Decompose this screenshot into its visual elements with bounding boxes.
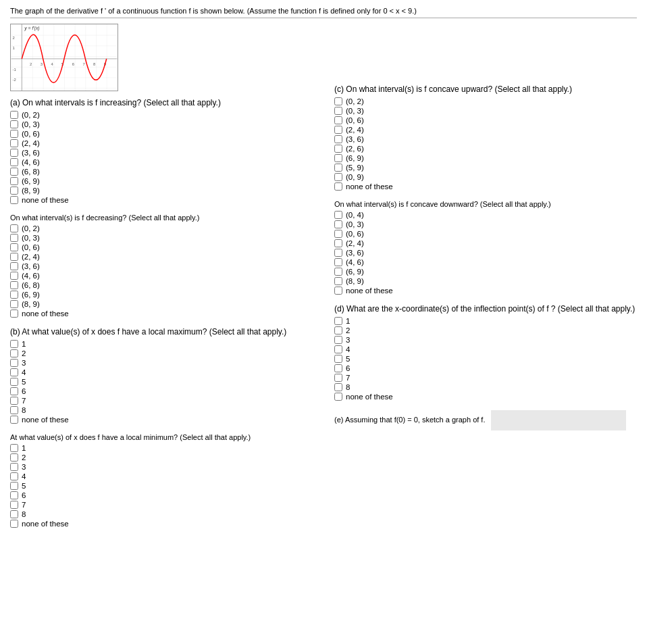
- c-down-6[interactable]: [334, 268, 342, 276]
- c-up-8[interactable]: [334, 173, 342, 181]
- part-c-down-title: On what interval(s) is f concave downwar…: [334, 200, 637, 208]
- a-dec-1[interactable]: [10, 234, 18, 242]
- a-inc-5[interactable]: [10, 158, 18, 166]
- c-down-none[interactable]: [334, 287, 342, 295]
- d-6[interactable]: [334, 364, 342, 372]
- c-down-7[interactable]: [334, 277, 342, 285]
- d-none[interactable]: [334, 393, 342, 401]
- c-up-7[interactable]: [334, 164, 342, 172]
- a-dec-5[interactable]: [10, 272, 18, 280]
- c-up-1[interactable]: [334, 107, 342, 115]
- b-max-8[interactable]: [10, 406, 18, 414]
- a-dec-6[interactable]: [10, 281, 18, 289]
- c-down-4[interactable]: [334, 249, 342, 257]
- svg-text:y = f'(x): y = f'(x): [24, 26, 39, 31]
- c-up-0[interactable]: [334, 97, 342, 105]
- part-c-up-title: (c) On what interval(s) is f concave upw…: [334, 84, 637, 94]
- part-b-max: (b) At what value(s) of x does f have a …: [10, 327, 321, 424]
- c-up-3[interactable]: [334, 126, 342, 134]
- c-up-4[interactable]: [334, 135, 342, 143]
- part-a-decreasing-title: On what interval(s) is f decreasing? (Se…: [10, 214, 321, 222]
- c-down-5[interactable]: [334, 258, 342, 266]
- part-c-up: (c) On what interval(s) is f concave upw…: [334, 84, 637, 191]
- part-d: (d) What are the x-coordinate(s) of the …: [334, 304, 637, 401]
- svg-text:7: 7: [82, 62, 84, 66]
- svg-text:1: 1: [13, 46, 15, 50]
- part-d-title: (d) What are the x-coordinate(s) of the …: [334, 304, 637, 314]
- a-inc-4[interactable]: [10, 149, 18, 157]
- part-c-down: On what interval(s) is f concave downwar…: [334, 200, 637, 295]
- d-2[interactable]: [334, 326, 342, 335]
- svg-text:-1: -1: [13, 68, 16, 72]
- b-max-1[interactable]: [10, 340, 18, 348]
- b-min-1[interactable]: [10, 444, 18, 452]
- a-inc-6[interactable]: [10, 168, 18, 176]
- b-max-2[interactable]: [10, 349, 18, 357]
- b-max-7[interactable]: [10, 397, 18, 405]
- a-inc-8[interactable]: [10, 187, 18, 195]
- b-max-4[interactable]: [10, 368, 18, 376]
- graph-container: y = f'(x) 2 3 4 5 6 7 8 9 2 1 -1 -2: [10, 24, 118, 91]
- b-max-3[interactable]: [10, 359, 18, 367]
- part-e-label: (e) Assuming that f(0) = 0, sketch a gra…: [334, 416, 485, 424]
- a-dec-none[interactable]: [10, 309, 18, 318]
- part-a-decreasing: On what interval(s) is f decreasing? (Se…: [10, 214, 321, 318]
- b-min-2[interactable]: [10, 453, 18, 462]
- part-b-min: At what value(s) of x does f have a loca…: [10, 433, 321, 528]
- a-inc-3[interactable]: [10, 139, 18, 147]
- problem-header: The graph of the derivative f ' of a con…: [10, 7, 637, 18]
- b-min-4[interactable]: [10, 472, 18, 480]
- b-min-8[interactable]: [10, 510, 18, 518]
- d-5[interactable]: [334, 355, 342, 363]
- d-3[interactable]: [334, 336, 342, 344]
- c-up-none[interactable]: [334, 182, 342, 191]
- a-inc-2[interactable]: [10, 130, 18, 138]
- c-down-1[interactable]: [334, 220, 342, 228]
- b-max-5[interactable]: [10, 378, 18, 386]
- a-inc-1[interactable]: [10, 120, 18, 128]
- a-inc-0[interactable]: [10, 111, 18, 119]
- part-b-max-title: (b) At what value(s) of x does f have a …: [10, 327, 321, 337]
- c-down-0[interactable]: [334, 211, 342, 219]
- a-dec-8[interactable]: [10, 300, 18, 308]
- b-min-3[interactable]: [10, 463, 18, 471]
- part-a-increasing: (a) On what intervals is f increasing? (…: [10, 98, 321, 204]
- d-7[interactable]: [334, 374, 342, 382]
- c-up-2[interactable]: [334, 116, 342, 124]
- part-a-increasing-title: (a) On what intervals is f increasing? (…: [10, 98, 321, 107]
- b-min-none[interactable]: [10, 520, 18, 528]
- a-inc-none[interactable]: [10, 196, 18, 204]
- part-b-min-title: At what value(s) of x does f have a loca…: [10, 433, 321, 441]
- a-inc-7[interactable]: [10, 177, 18, 185]
- c-up-6[interactable]: [334, 154, 342, 162]
- c-down-2[interactable]: [334, 230, 342, 238]
- a-dec-2[interactable]: [10, 243, 18, 251]
- d-1[interactable]: [334, 317, 342, 325]
- d-8[interactable]: [334, 383, 342, 391]
- b-min-7[interactable]: [10, 501, 18, 509]
- sketch-box: [491, 410, 626, 430]
- b-min-5[interactable]: [10, 482, 18, 490]
- a-dec-7[interactable]: [10, 291, 18, 299]
- b-max-6[interactable]: [10, 387, 18, 395]
- a-dec-4[interactable]: [10, 262, 18, 270]
- a-dec-3[interactable]: [10, 253, 18, 261]
- svg-text:2: 2: [30, 62, 32, 66]
- c-down-3[interactable]: [334, 239, 342, 247]
- a-dec-0[interactable]: [10, 224, 18, 232]
- part-e: (e) Assuming that f(0) = 0, sketch a gra…: [334, 410, 637, 430]
- svg-text:-2: -2: [13, 78, 16, 82]
- d-4[interactable]: [334, 345, 342, 353]
- b-max-none[interactable]: [10, 416, 18, 424]
- c-up-5[interactable]: [334, 145, 342, 153]
- svg-text:2: 2: [13, 36, 15, 40]
- b-min-6[interactable]: [10, 491, 18, 499]
